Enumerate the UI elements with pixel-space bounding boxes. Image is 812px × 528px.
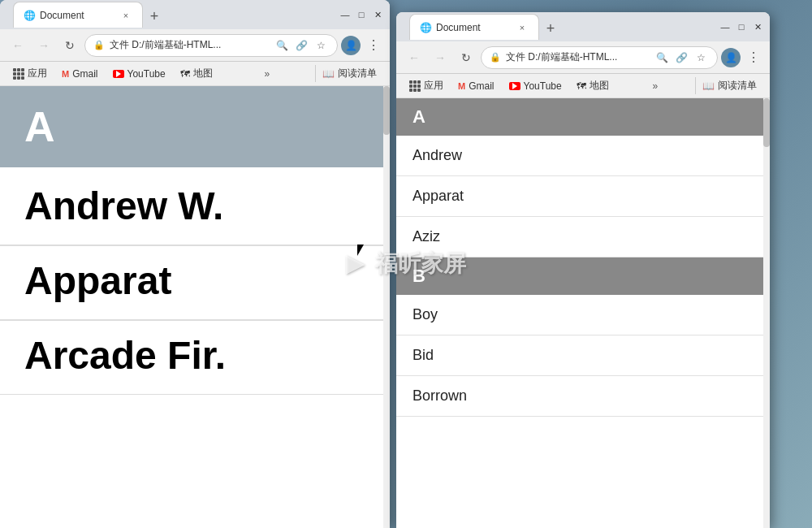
browser-window-left: 🌐 Document × + — □ ✕ ← → ↻ 🔒 文件 D:/前端基础-… bbox=[0, 0, 390, 528]
maps-label-right: 地图 bbox=[590, 79, 609, 93]
maximize-btn-right[interactable]: □ bbox=[736, 21, 747, 32]
apps-bookmark-right[interactable]: 应用 bbox=[403, 77, 450, 94]
tab-bar-left: 🌐 Document × + bbox=[6, 2, 172, 28]
minimize-btn-right[interactable]: — bbox=[719, 21, 731, 32]
browser-window-right: 🌐 Document × + — □ ✕ ← → ↻ 🔒 文件 D:/前端基础-… bbox=[396, 12, 770, 528]
refresh-btn-left[interactable]: ↻ bbox=[58, 34, 81, 57]
youtube-icon-right bbox=[509, 82, 520, 90]
tab-title-left: Document bbox=[40, 10, 114, 21]
maps-icon-left: 🗺 bbox=[180, 68, 190, 80]
entry-aziz-right: Aziz bbox=[396, 217, 770, 258]
youtube-label-right: YouTube bbox=[524, 80, 562, 92]
reading-list-label-right: 阅读清单 bbox=[718, 79, 757, 93]
forward-btn-left[interactable]: → bbox=[32, 34, 55, 57]
bookmarks-bar-left: 应用 M Gmail YouTube 🗺 地图 » 📖 阅读清单 bbox=[0, 62, 390, 86]
entry-apparat-left: Apparat bbox=[0, 246, 390, 320]
close-btn-right[interactable]: ✕ bbox=[752, 21, 763, 32]
reading-list-label-left: 阅读清单 bbox=[338, 67, 377, 80]
gmail-bookmark-right[interactable]: M Gmail bbox=[451, 79, 501, 93]
scrollbar-right[interactable] bbox=[763, 98, 770, 528]
more-bookmarks-right[interactable]: » bbox=[649, 79, 661, 93]
tab-close-left[interactable]: × bbox=[119, 9, 132, 22]
nav-bar-left: ← → ↻ 🔒 文件 D:/前端基础-HTML... 🔍 🔗 ☆ 👤 ⋮ bbox=[0, 29, 390, 62]
gmail-bookmark-left[interactable]: M Gmail bbox=[55, 67, 105, 81]
profile-icon-left[interactable]: 👤 bbox=[341, 36, 361, 55]
zoom-btn-right[interactable]: 🔍 bbox=[654, 50, 670, 66]
gmail-icon-left: M bbox=[62, 69, 69, 79]
scrollbar-left[interactable] bbox=[383, 86, 390, 528]
entry-andrew-right: Andrew bbox=[396, 136, 770, 176]
reading-list-right[interactable]: 📖 阅读清单 bbox=[695, 77, 763, 94]
share-btn-left[interactable]: 🔗 bbox=[293, 37, 309, 54]
address-bar-left[interactable]: 🔒 文件 D:/前端基础-HTML... 🔍 🔗 ☆ bbox=[84, 34, 338, 57]
gmail-label-right: Gmail bbox=[469, 80, 494, 92]
name-andrew-left: Andrew W. bbox=[24, 184, 223, 227]
apps-label-right: 应用 bbox=[424, 79, 443, 93]
active-tab-right[interactable]: 🌐 Document × bbox=[409, 14, 539, 40]
letter-b-right: B bbox=[412, 266, 425, 286]
title-bar-right: 🌐 Document × + — □ ✕ bbox=[396, 12, 770, 41]
back-btn-right[interactable]: ← bbox=[403, 46, 425, 69]
scrollbar-thumb-left[interactable] bbox=[383, 86, 390, 135]
content-area-left: A Andrew W. Apparat Arcade Fir. bbox=[0, 86, 390, 528]
entry-apparat-right: Apparat bbox=[396, 176, 770, 217]
forward-btn-right[interactable]: → bbox=[429, 46, 451, 69]
apps-grid-icon-right bbox=[409, 80, 421, 92]
reading-list-icon-right: 📖 bbox=[702, 80, 715, 92]
menu-btn-right[interactable]: ⋮ bbox=[744, 48, 763, 67]
address-text-left: 文件 D:/前端基础-HTML... bbox=[110, 38, 269, 52]
youtube-label-left: YouTube bbox=[127, 68, 166, 80]
gmail-label-left: Gmail bbox=[72, 68, 97, 80]
bookmark-btn-left[interactable]: ☆ bbox=[313, 37, 329, 54]
address-bar-right[interactable]: 🔒 文件 D:/前端基础-HTML... 🔍 🔗 ☆ bbox=[481, 46, 718, 69]
apps-grid-icon-left bbox=[13, 68, 24, 80]
entry-boy-right: Boy bbox=[396, 295, 770, 335]
youtube-bookmark-left[interactable]: YouTube bbox=[106, 67, 172, 81]
entry-bid-right: Bid bbox=[396, 335, 770, 376]
gmail-icon-right: M bbox=[458, 81, 465, 91]
active-tab-left[interactable]: 🌐 Document × bbox=[13, 2, 143, 28]
title-bar-left: 🌐 Document × + — □ ✕ bbox=[0, 0, 390, 29]
reading-list-icon-left: 📖 bbox=[322, 68, 335, 80]
menu-btn-left[interactable]: ⋮ bbox=[364, 36, 383, 55]
maps-bookmark-left[interactable]: 🗺 地图 bbox=[174, 65, 219, 82]
minimize-btn-left[interactable]: — bbox=[339, 9, 351, 20]
address-text-right: 文件 D:/前端基础-HTML... bbox=[506, 50, 649, 64]
share-btn-right[interactable]: 🔗 bbox=[673, 50, 689, 66]
name-arcade-left: Arcade Fir. bbox=[24, 334, 226, 377]
secure-icon-left: 🔒 bbox=[93, 40, 105, 50]
maximize-btn-left[interactable]: □ bbox=[356, 9, 367, 20]
section-header-a-right: A bbox=[396, 98, 770, 136]
reading-list-left[interactable]: 📖 阅读清单 bbox=[315, 65, 383, 82]
profile-icon-right[interactable]: 👤 bbox=[721, 48, 741, 67]
tab-title-right: Document bbox=[436, 22, 511, 33]
maps-label-left: 地图 bbox=[193, 67, 213, 80]
youtube-bookmark-right[interactable]: YouTube bbox=[503, 79, 568, 93]
secure-icon-right: 🔒 bbox=[490, 52, 501, 63]
more-bookmarks-left[interactable]: » bbox=[261, 67, 273, 81]
letter-a-left: A bbox=[24, 103, 55, 150]
maps-bookmark-right[interactable]: 🗺 地图 bbox=[570, 77, 615, 94]
entry-borrown-right: Borrown bbox=[396, 376, 770, 417]
apps-label-left: 应用 bbox=[28, 67, 47, 80]
address-actions-right: 🔍 🔗 ☆ bbox=[654, 50, 709, 66]
name-apparat-left: Apparat bbox=[24, 259, 171, 302]
scrollbar-thumb-right[interactable] bbox=[763, 98, 770, 147]
nav-bar-right: ← → ↻ 🔒 文件 D:/前端基础-HTML... 🔍 🔗 ☆ 👤 ⋮ bbox=[396, 41, 770, 74]
refresh-btn-right[interactable]: ↻ bbox=[455, 46, 477, 69]
back-btn-left[interactable]: ← bbox=[6, 34, 29, 57]
close-btn-left[interactable]: ✕ bbox=[372, 9, 383, 20]
zoom-btn-left[interactable]: 🔍 bbox=[274, 37, 290, 54]
maps-icon-right: 🗺 bbox=[577, 80, 586, 92]
section-header-a-left: A bbox=[0, 86, 390, 167]
address-actions-left: 🔍 🔗 ☆ bbox=[274, 37, 329, 54]
entry-arcade-left: Arcade Fir. bbox=[0, 321, 390, 395]
new-tab-btn-left[interactable]: + bbox=[143, 5, 166, 28]
bookmark-btn-right[interactable]: ☆ bbox=[693, 50, 709, 66]
tab-favicon-left: 🌐 bbox=[24, 10, 35, 21]
youtube-icon-left bbox=[113, 70, 124, 78]
tab-close-right[interactable]: × bbox=[516, 21, 529, 34]
apps-bookmark-left[interactable]: 应用 bbox=[6, 65, 54, 82]
new-tab-btn-right[interactable]: + bbox=[539, 17, 562, 40]
content-area-right: A Andrew Apparat Aziz B Boy Bid Borrown bbox=[396, 98, 770, 528]
